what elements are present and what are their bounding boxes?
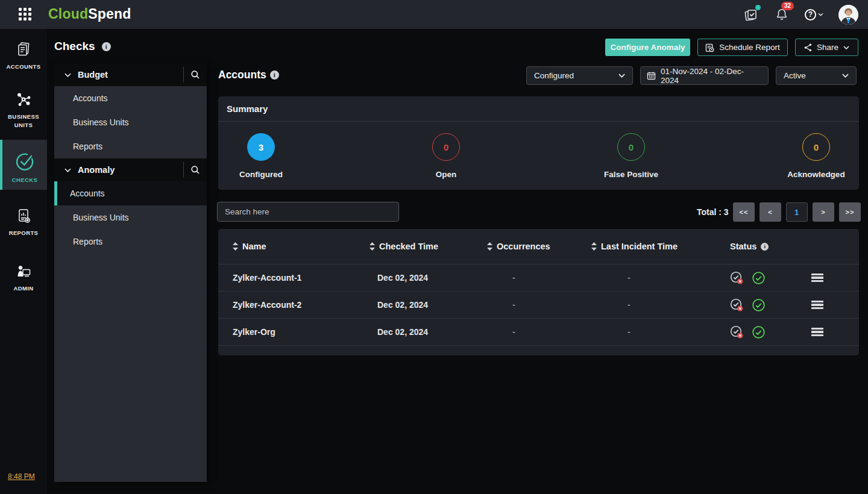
row-name[interactable]: Zylker-Org xyxy=(233,327,370,337)
configure-anomaly-button[interactable]: Configure Anomaly xyxy=(605,39,690,56)
info-icon[interactable] xyxy=(102,42,111,51)
sort-icon[interactable] xyxy=(233,242,238,251)
chevron-down-icon xyxy=(843,46,849,49)
user-avatar[interactable] xyxy=(838,5,858,25)
stat-configured[interactable]: 3 Configured xyxy=(218,133,304,179)
pagination-prev-button[interactable]: < xyxy=(760,202,781,222)
column-header-name[interactable]: Name xyxy=(233,242,370,251)
column-label: Last Incident Time xyxy=(601,242,678,251)
sidebar-item-admin[interactable]: ADMIN xyxy=(0,259,47,295)
pagination-first-button[interactable]: << xyxy=(733,202,755,222)
column-label: Status xyxy=(730,242,756,251)
sidebar-item-label: Business Units xyxy=(73,117,129,127)
notifications-bell-icon[interactable]: 32 xyxy=(774,7,790,22)
sidebar-item-anomaly-business-units[interactable]: Business Units xyxy=(54,205,207,230)
check-enabled-icon[interactable] xyxy=(752,271,766,285)
divider xyxy=(183,162,184,178)
search-input[interactable] xyxy=(217,202,399,222)
app-launcher-icon[interactable] xyxy=(19,8,32,21)
tasks-icon[interactable] xyxy=(743,7,759,22)
summary-stats: 3 Configured 0 Open 0 False Positive 0 A… xyxy=(218,122,859,179)
primary-sidebar: ACCOUNTS BUSINESS UNITS xyxy=(0,29,47,494)
section-header-budget[interactable]: Budget xyxy=(54,63,207,86)
sidebar-item-business-units[interactable]: BUSINESS UNITS xyxy=(0,86,47,131)
row-menu-icon[interactable] xyxy=(811,328,823,337)
checks-table: Name Checked Time Occurrences Last Incid… xyxy=(218,229,859,355)
check-disabled-badge-icon[interactable] xyxy=(730,298,744,312)
column-header-checked-time[interactable]: Checked Time xyxy=(370,242,487,251)
info-icon[interactable] xyxy=(270,70,279,80)
sidebar-item-label: Business Units xyxy=(73,213,129,222)
sidebar-item-anomaly-reports[interactable]: Reports xyxy=(54,230,207,254)
row-actions xyxy=(808,274,859,283)
section-header-anomaly[interactable]: Anomaly xyxy=(54,158,207,181)
row-occurrences: - xyxy=(487,300,591,310)
sidebar-item-budget-business-units[interactable]: Business Units xyxy=(54,110,207,134)
sort-icon[interactable] xyxy=(487,242,492,251)
check-enabled-icon[interactable] xyxy=(752,325,766,339)
section-title: Accounts xyxy=(218,69,279,81)
sort-icon[interactable] xyxy=(370,242,375,251)
reports-icon xyxy=(14,207,33,225)
column-header-occurrences[interactable]: Occurrences xyxy=(487,242,591,251)
rail-item-label: REPORTS xyxy=(8,229,40,237)
sidebar-item-label: Accounts xyxy=(73,93,108,103)
row-menu-icon[interactable] xyxy=(811,274,823,283)
stat-label: Acknowledged xyxy=(787,170,844,179)
sidebar-item-budget-reports[interactable]: Reports xyxy=(54,134,207,158)
accounts-icon xyxy=(14,41,33,59)
check-disabled-badge-icon[interactable] xyxy=(730,325,744,339)
sort-icon[interactable] xyxy=(591,242,597,251)
schedule-report-button[interactable]: Schedule Report xyxy=(697,39,788,56)
stat-circle: 0 xyxy=(617,133,645,161)
search-icon[interactable] xyxy=(190,165,200,175)
info-icon[interactable] xyxy=(761,243,769,251)
selected-value: Active xyxy=(784,71,842,80)
section-title-text: Accounts xyxy=(218,69,266,81)
status-filter-select[interactable]: Active xyxy=(776,66,857,85)
rail-item-label: ACCOUNTS xyxy=(5,63,42,71)
pagination: << < 1 > >> xyxy=(733,202,861,222)
share-button[interactable]: Share xyxy=(795,39,858,56)
row-checked-time: Dec 02, 2024 xyxy=(370,273,487,283)
table-row[interactable]: Zylker-Account-2 Dec 02, 2024 - - xyxy=(218,292,859,319)
sidebar-item-checks[interactable]: CHECKS xyxy=(0,140,47,190)
row-checked-time: Dec 02, 2024 xyxy=(370,300,487,310)
check-disabled-badge-icon[interactable] xyxy=(730,271,744,285)
rail-item-label: ADMIN xyxy=(12,284,34,293)
column-header-last-incident-time[interactable]: Last Incident Time xyxy=(591,242,730,251)
date-range-picker[interactable]: 01-Nov-2024 - 02-Dec-2024 xyxy=(640,66,769,85)
pagination-last-button[interactable]: >> xyxy=(839,202,861,222)
stat-acknowledged[interactable]: 0 Acknowledged xyxy=(773,133,859,179)
sidebar-item-budget-accounts[interactable]: Accounts xyxy=(54,86,207,110)
page-title-text: Checks xyxy=(54,40,95,53)
row-occurrences: - xyxy=(487,273,591,283)
stat-false-positive[interactable]: 0 False Positive xyxy=(588,133,674,179)
check-type-select[interactable]: Configured xyxy=(526,66,633,85)
check-enabled-icon[interactable] xyxy=(752,298,766,312)
sidebar-item-reports[interactable]: REPORTS xyxy=(0,204,47,240)
pagination-next-button[interactable]: > xyxy=(813,202,834,222)
row-actions xyxy=(808,328,859,337)
table-row[interactable]: Zylker-Org Dec 02, 2024 - - xyxy=(218,319,859,346)
row-menu-icon[interactable] xyxy=(811,301,823,310)
row-name[interactable]: Zylker-Account-1 xyxy=(233,273,370,283)
button-label: Configure Anomaly xyxy=(610,43,685,52)
divider xyxy=(183,67,184,83)
search-icon[interactable] xyxy=(190,70,200,80)
section-label: Budget xyxy=(78,70,177,80)
chevron-down-icon xyxy=(618,73,625,78)
cloudspend-logo[interactable]: CloudSpend xyxy=(48,6,131,22)
table-header-row: Name Checked Time Occurrences Last Incid… xyxy=(218,229,859,264)
session-time[interactable]: 8:48 PM xyxy=(8,472,35,481)
stat-open[interactable]: 0 Open xyxy=(403,133,489,179)
rail-item-label: BUSINESS UNITS xyxy=(0,113,47,130)
table-row[interactable]: Zylker-Account-1 Dec 02, 2024 - - xyxy=(218,264,859,292)
row-name[interactable]: Zylker-Account-2 xyxy=(233,300,370,310)
top-navbar: CloudSpend 32 xyxy=(0,0,868,29)
button-label: Share xyxy=(817,43,838,52)
avatar-illustration xyxy=(838,5,858,25)
help-menu[interactable] xyxy=(805,9,823,20)
sidebar-item-accounts[interactable]: ACCOUNTS xyxy=(0,37,47,72)
sidebar-item-anomaly-accounts[interactable]: Accounts xyxy=(54,181,207,205)
